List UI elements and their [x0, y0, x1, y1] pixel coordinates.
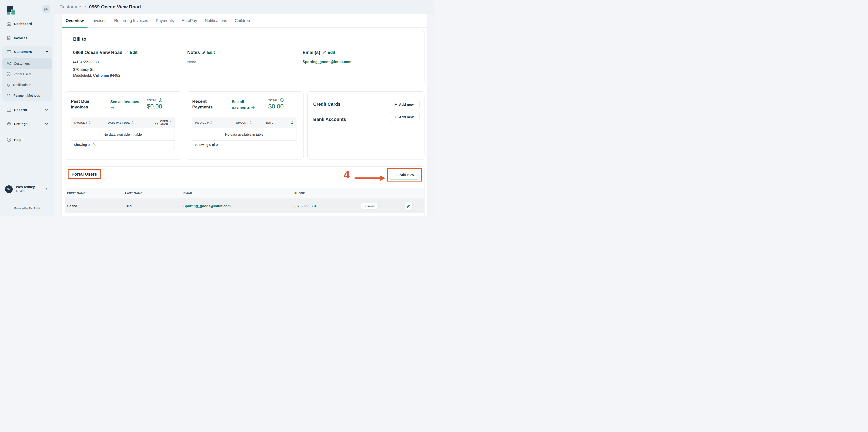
tab-payments[interactable]: Payments: [152, 14, 178, 28]
arrow-right-icon: [111, 106, 115, 109]
total-label: TOTAL: [147, 99, 157, 102]
portal-users-title-annotation-box: Portal Users: [68, 169, 101, 179]
sidebar-item-customers-parent[interactable]: Customers: [2, 47, 52, 56]
customer-name: 0969 Ocean View Road: [73, 50, 123, 55]
bill-to-notes-column: Notes Edit None: [187, 50, 215, 65]
breadcrumb-customers-link[interactable]: Customers: [59, 4, 83, 9]
portal-user-email-link[interactable]: Sporting_goods@intuit.com: [183, 199, 230, 213]
empty-table-message: No data available in table: [71, 128, 175, 141]
sort-icon: [169, 121, 172, 125]
sidebar-item-settings[interactable]: Settings: [2, 119, 52, 128]
edit-portal-user-button[interactable]: [404, 202, 412, 210]
edit-notes-link[interactable]: Edit: [202, 50, 215, 55]
sidebar-item-customers[interactable]: Customers: [2, 58, 52, 69]
powered-by-footer: Powered by FlexPoint: [0, 207, 54, 210]
column-open-balance[interactable]: OPEN BALANCE: [150, 120, 172, 126]
sidebar-item-label: Invoices: [14, 36, 28, 40]
sidebar-item-dashboard[interactable]: Dashboard: [2, 19, 52, 28]
sidebar-item-portal-users[interactable]: Portal Users: [2, 69, 52, 79]
sidebar-item-label: Payment Methods: [13, 94, 40, 97]
column-last-name: LAST NAME: [125, 188, 143, 199]
portal-users-table-header: FIRST NAME LAST NAME EMAIL PHONE: [65, 188, 424, 199]
sort-icon-active-desc: [131, 121, 134, 125]
primary-badge: Primary: [361, 203, 379, 209]
sidebar-item-label: Dashboard: [14, 22, 32, 26]
tab-overview[interactable]: Overview: [62, 14, 88, 28]
pencil-icon: [202, 51, 206, 55]
total-label: TOTAL: [268, 99, 278, 102]
sidebar-item-payment-methods[interactable]: Payment Methods: [2, 90, 52, 101]
tab-invoices[interactable]: Invoices: [88, 14, 110, 28]
sidebar-customers-group: Customers Customers: [2, 46, 52, 101]
sidebar-user-menu[interactable]: W Wes Ashley ADMIN: [0, 184, 54, 196]
annotation-step-number: 4: [344, 168, 350, 181]
tab-autopay[interactable]: AutoPay: [178, 14, 201, 28]
sidebar-item-help[interactable]: Help: [2, 135, 52, 144]
bill-to-emails-column: Email(s) Edit Sporting_goods@intuit.com: [303, 50, 351, 65]
scroll-gutter[interactable]: [427, 14, 434, 216]
emails-label: Email(s): [303, 50, 320, 55]
column-invoice-number[interactable]: INVOICE #: [73, 121, 91, 125]
sidebar-collapse-button[interactable]: [42, 5, 50, 13]
add-new-annotation-box: + Add new: [387, 168, 422, 181]
chevron-up-icon: [45, 51, 49, 53]
empty-table-message: No data available in table: [192, 128, 296, 141]
column-days-past-due[interactable]: DAYS PAST DUE: [108, 121, 134, 125]
tab-recurring-invoices[interactable]: Recurring Invoices: [110, 14, 152, 28]
pencil-icon: [406, 204, 410, 208]
column-first-name: FIRST NAME: [67, 188, 86, 199]
chevron-down-icon: [45, 109, 48, 111]
document-icon: [7, 36, 11, 40]
customer-tabs: Overview Invoices Recurring Invoices Pay…: [62, 14, 427, 28]
past-due-table-header: INVOICE # DAYS PAST DUE OPEN BALANCE: [71, 117, 175, 128]
see-all-invoices-link[interactable]: See all invoices: [110, 99, 140, 110]
bill-to-address-column: 0969 Ocean View Road Edit (415) 555-9933…: [73, 50, 137, 78]
sidebar-item-invoices[interactable]: Invoices: [2, 33, 52, 43]
chevron-right-icon: [45, 188, 48, 191]
tab-notifications[interactable]: Notifications: [201, 14, 231, 28]
annotation-arrow-icon: [354, 175, 386, 181]
sidebar-item-label: Customers: [14, 50, 32, 54]
add-bank-account-button[interactable]: + Add new: [389, 112, 420, 122]
breadcrumb-separator-icon: ›: [85, 4, 87, 9]
breadcrumb: Customers › 0969 Ocean View Road: [59, 0, 141, 13]
past-due-total-value: $0.00: [147, 103, 162, 110]
column-email: EMAIL: [183, 188, 193, 199]
see-all-payments-link[interactable]: See all payments: [232, 99, 262, 110]
collapse-left-icon: [44, 7, 48, 11]
add-credit-card-button[interactable]: + Add new: [389, 100, 420, 109]
info-icon[interactable]: [158, 98, 162, 102]
payments-table: INVOICE # AMOUNT DATE No data available …: [192, 117, 297, 149]
column-phone: PHONE: [294, 188, 305, 199]
main-panel: Overview Invoices Recurring Invoices Pay…: [62, 14, 427, 216]
edit-address-link[interactable]: Edit: [125, 50, 137, 55]
column-date[interactable]: DATE: [266, 121, 293, 125]
sidebar-item-notifications[interactable]: Notifications: [2, 79, 52, 90]
column-invoice-number[interactable]: INVOICE #: [195, 121, 236, 125]
plus-icon: +: [395, 173, 398, 177]
pencil-icon: [322, 51, 326, 55]
bell-icon: [6, 82, 10, 87]
user-name: Wes Ashley: [16, 185, 35, 189]
customer-address-line1: 370 Easy St.: [73, 67, 137, 72]
tab-children[interactable]: Children: [231, 14, 254, 28]
bar-chart-icon: [7, 107, 11, 112]
portal-user-row: Sasha Tillou Sporting_goods@intuit.com (…: [65, 199, 424, 213]
column-amount[interactable]: AMOUNT: [236, 121, 266, 125]
add-portal-user-button[interactable]: + Add new: [389, 170, 420, 180]
customer-email-link[interactable]: Sporting_goods@intuit.com: [303, 59, 351, 65]
sort-icon-active-desc: [291, 121, 293, 125]
sidebar-item-reports[interactable]: Reports: [2, 105, 52, 114]
table-row-count: Showing 0 of 0: [192, 141, 296, 148]
info-icon[interactable]: [280, 98, 284, 102]
table-row-count: Showing 0 of 0: [71, 141, 175, 148]
past-due-table: INVOICE # DAYS PAST DUE OPEN BALANCE No …: [71, 117, 175, 149]
credit-cards-label: Credit Cards: [313, 102, 340, 107]
recent-payments-card: Recent Payments See all payments TOTAL $…: [186, 92, 304, 160]
payment-methods-card: Credit Cards + Add new Bank Accounts + A…: [307, 92, 425, 160]
briefcase-icon: [7, 49, 11, 54]
edit-emails-link[interactable]: Edit: [322, 50, 335, 55]
sidebar: Dashboard Invoices Customers: [0, 0, 54, 216]
past-due-total: TOTAL $0.00: [147, 98, 162, 110]
past-due-invoices-card: Past Due Invoices See all invoices TOTAL…: [65, 92, 182, 160]
